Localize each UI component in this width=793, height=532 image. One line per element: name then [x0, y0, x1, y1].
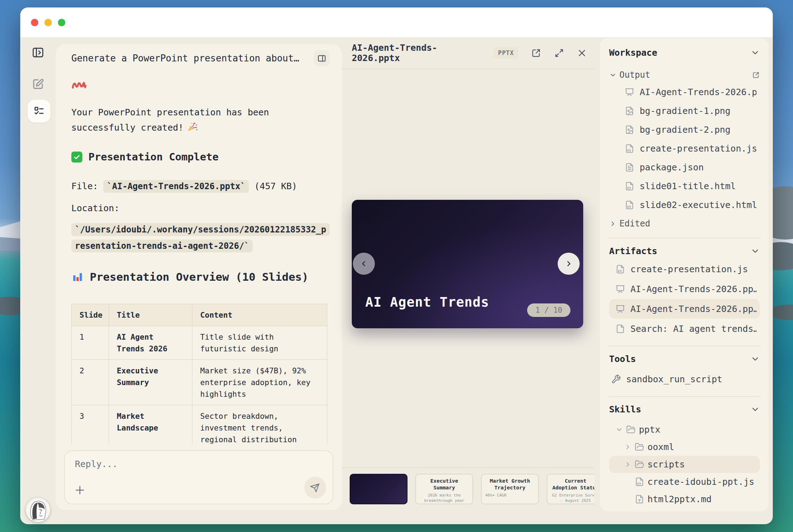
table-cell: AI Agent Trends 2026: [109, 326, 192, 360]
skill-file[interactable]: html2pptx.md: [609, 490, 760, 508]
slides-overview-table: SlideTitleContent1AI Agent Trends 2026Ti…: [71, 304, 327, 444]
file-item[interactable]: bg-gradient-1.png: [609, 102, 760, 120]
tool-name: sandbox_run_script: [626, 374, 722, 384]
chevron-right-icon: [564, 259, 573, 268]
sidebar-toggle-icon[interactable]: [32, 46, 44, 59]
artifact-list: create-presentation.jsAI-Agent-Trends-20…: [609, 259, 760, 339]
file-name-chip: `AI-Agent-Trends-2026.pptx`: [103, 180, 249, 193]
split-view-button[interactable]: [313, 50, 330, 66]
slide-thumbnail[interactable]: Executive Summary2026 marks the breakthr…: [415, 474, 473, 504]
table-cell: Sector breakdown, investment trends, reg…: [192, 405, 327, 444]
next-slide-button[interactable]: [558, 253, 580, 275]
thumbnail-title: Current Adoption Status: [551, 478, 595, 491]
table-header-row: SlideTitleContent: [72, 304, 327, 326]
file-name: bg-gradient-2.png: [640, 125, 731, 135]
file-name: slide01-title.html: [640, 181, 736, 191]
file-name: AI-Agent-Trends-2026.p…: [640, 87, 756, 97]
table-header-cell: Title: [109, 304, 192, 326]
presentation-file-icon: [616, 304, 625, 314]
app-window: Generate a PowerPoint presentation about…: [20, 7, 773, 524]
tool-item[interactable]: sandbox_run_script: [609, 369, 760, 389]
zoom-window-button[interactable]: [58, 19, 65, 26]
thumbnail-subtitle: G2 Enterprise Survey - August 2025: [551, 493, 595, 503]
table-cell: 3: [72, 405, 109, 444]
window-titlebar: [20, 7, 773, 38]
table-cell: 2: [72, 360, 109, 405]
thumbnail-subtitle: 46%+ CAGR: [485, 493, 535, 498]
file-item[interactable]: slide01-title.html: [609, 177, 760, 196]
node-name: pptx: [639, 424, 660, 435]
workany-logo-icon: [71, 80, 88, 91]
minimize-window-button[interactable]: [44, 19, 52, 26]
assistant-text-line2: successfully created!: [71, 120, 328, 135]
file-item[interactable]: package.json: [609, 158, 760, 177]
file-file-icon: [616, 324, 625, 334]
image-file-icon: [625, 125, 634, 135]
slide-preview[interactable]: AI Agent Trends 1 / 10: [352, 200, 583, 328]
code-file-icon: [625, 144, 634, 153]
file-name: AI-Agent-Trends-2026.pp…: [630, 304, 756, 314]
tasks-tab-button[interactable]: [28, 100, 50, 122]
slide-thumbnail[interactable]: Current Adoption StatusG2 Enterprise Sur…: [547, 474, 595, 504]
chat-scroll-area[interactable]: Your PowerPoint presentation has been su…: [56, 67, 342, 444]
node-name: html2pptx.md: [647, 494, 712, 504]
close-icon[interactable]: [576, 48, 587, 59]
check-mark-icon: [71, 152, 82, 163]
text-file-icon: [635, 494, 644, 504]
artifacts-header[interactable]: Artifacts: [609, 246, 760, 256]
attach-button[interactable]: [73, 484, 86, 497]
preview-filename: AI-Agent-Trends-2026.pptx: [352, 43, 484, 63]
thumbnail-title: Market Growth Trajectory: [485, 478, 535, 491]
skills-tree: pptxooxmlscriptscreate-idoubi-ppt.jshtml…: [609, 421, 760, 508]
skills-header[interactable]: Skills: [609, 404, 760, 415]
folder-open-icon: [635, 442, 644, 452]
location-label: Location:: [71, 201, 328, 216]
file-item[interactable]: Search: AI agent trends…: [609, 319, 760, 339]
slide-thumbnail[interactable]: Market Growth Trajectory46%+ CAGR: [481, 474, 539, 504]
open-output-external-icon[interactable]: [752, 71, 760, 79]
reply-input[interactable]: Reply...: [75, 459, 117, 469]
file-item[interactable]: create-presentation.js: [609, 139, 760, 158]
file-item[interactable]: AI-Agent-Trends-2026.p…: [609, 83, 760, 102]
file-name: slide02-executive.html: [640, 200, 756, 210]
file-item[interactable]: create-presentation.js: [609, 259, 760, 279]
table-cell: Title slide with futuristic design: [192, 326, 327, 360]
folder-open-icon: [635, 460, 644, 469]
file-name: create-presentation.js: [640, 143, 756, 154]
expand-icon[interactable]: [554, 48, 565, 59]
node-name: scripts: [647, 459, 685, 470]
skill-file[interactable]: create-idoubi-ppt.js: [609, 473, 760, 490]
file-item[interactable]: AI-Agent-Trends-2026.pp…: [609, 279, 760, 299]
skill-folder[interactable]: ooxml: [609, 438, 760, 456]
skill-folder[interactable]: pptx: [609, 421, 760, 438]
slide-thumbnail[interactable]: [350, 474, 408, 504]
tools-header[interactable]: Tools: [609, 353, 760, 364]
doc-file-icon: [625, 163, 634, 172]
workspace-header[interactable]: Workspace: [609, 47, 760, 58]
divider: [608, 346, 761, 346]
chevron-down-icon: [750, 246, 760, 256]
table-cell: 1: [72, 326, 109, 360]
skill-folder[interactable]: scripts: [609, 456, 760, 473]
output-section-header[interactable]: Output: [609, 70, 760, 80]
edited-section-header[interactable]: Edited: [609, 216, 760, 231]
chat-panel: Generate a PowerPoint presentation about…: [56, 44, 342, 510]
chevron-left-icon: [360, 259, 368, 268]
previous-slide-button[interactable]: [353, 253, 375, 275]
close-window-button[interactable]: [31, 19, 38, 26]
divider: [608, 238, 761, 238]
compose-icon[interactable]: [32, 78, 44, 91]
preview-header: AI-Agent-Trends-2026.pptx PPTX: [342, 37, 595, 69]
open-external-icon[interactable]: [531, 48, 542, 59]
file-item[interactable]: AI-Agent-Trends-2026.pp…: [609, 299, 760, 319]
user-avatar[interactable]: [26, 498, 50, 522]
image-file-icon: [625, 106, 634, 116]
reply-box[interactable]: Reply...: [64, 450, 333, 504]
chevron-down-icon: [750, 48, 760, 57]
table-row: 1AI Agent Trends 2026Title slide with fu…: [72, 326, 327, 360]
send-button[interactable]: [304, 477, 326, 499]
party-popper-icon: [187, 121, 198, 132]
node-name: create-idoubi-ppt.js: [647, 477, 754, 487]
file-item[interactable]: bg-gradient-2.png: [609, 120, 760, 139]
file-item[interactable]: slide02-executive.html: [609, 196, 760, 214]
